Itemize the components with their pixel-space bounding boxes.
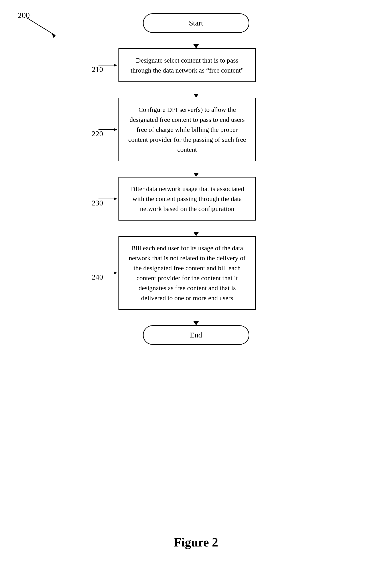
step-210-wrapper: 210 Designate select content that is to … [118,48,274,82]
step-210-box: Designate select content that is to pass… [118,48,256,82]
figure-caption: Figure 2 [174,535,218,549]
start-label: Start [189,19,203,27]
figure-number-arrow [22,13,67,40]
step-220-arrow [96,127,123,132]
step-230-wrapper: 230 Filter data network usage that is as… [118,177,274,221]
end-terminal: End [143,325,249,345]
step-240-text: Bill each end user for its usage of the … [129,244,246,302]
connector-220-to-230 [194,161,199,177]
connector-240-to-end [194,310,199,325]
step-210-arrow [96,63,123,67]
flowchart: Start 210 Designate select content that … [118,13,274,345]
step-230-arrow [96,197,123,201]
connector-230-to-240 [194,221,199,236]
connector-start-to-210 [194,33,199,48]
svg-marker-5 [114,128,117,131]
connector-210-to-220 [194,82,199,98]
step-240-wrapper: 240 Bill each end user for its usage of … [118,236,274,310]
svg-marker-9 [114,272,117,274]
step-220-box: Configure DPI server(s) to allow the des… [118,98,256,161]
svg-marker-7 [114,198,117,200]
step-220-wrapper: 220 Configure DPI server(s) to allow the… [118,98,274,161]
end-label: End [190,331,202,339]
start-terminal: Start [143,13,249,33]
step-230-text: Filter data network usage that is associ… [130,185,244,212]
step-240-arrow [96,271,123,275]
svg-marker-1 [52,33,56,38]
step-230-box: Filter data network usage that is associ… [118,177,256,221]
svg-line-0 [27,18,56,35]
step-240-box: Bill each end user for its usage of the … [118,236,256,310]
diagram-container: 200 Start 210 Designate select content t… [0,0,392,576]
step-210-text: Designate select content that is to pass… [131,57,244,74]
svg-marker-3 [114,64,117,67]
step-220-text: Configure DPI server(s) to allow the des… [128,106,246,153]
